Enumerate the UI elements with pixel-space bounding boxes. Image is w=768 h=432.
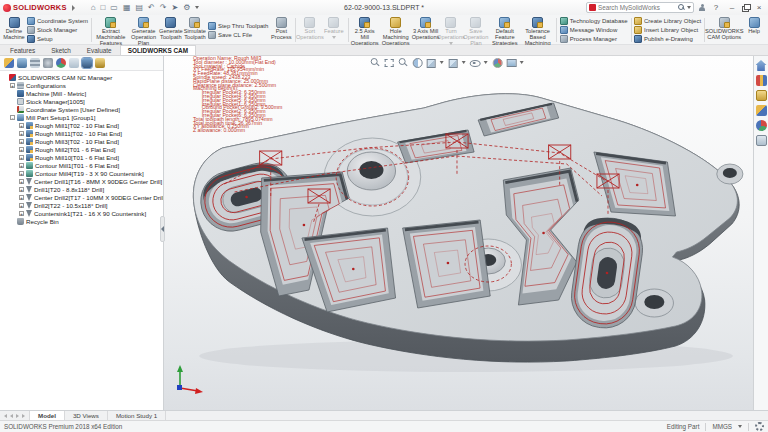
tolerance-based-machining-button[interactable]: Tolerance Based Machining <box>521 16 555 44</box>
displaymanager-tab-icon[interactable] <box>56 58 66 68</box>
edit-appearance-icon[interactable] <box>491 57 501 67</box>
tree-item-contour-mill4[interactable]: +Contour Mill4[T19 - 3 X 90 Countersink] <box>2 169 163 177</box>
sort-operations-button[interactable]: Sort Operations <box>298 16 322 44</box>
tree-item-drill1[interactable]: +Drill1[T20 - 8.8x118° Drill] <box>2 185 163 193</box>
featuremanager-tab-icon[interactable] <box>4 58 14 68</box>
insert-library-object-button[interactable]: Insert Library Object <box>634 26 701 34</box>
tree-item-recycle-bin[interactable]: Recycle Bin <box>2 217 163 225</box>
expand-toggle[interactable]: + <box>19 147 24 152</box>
status-gear-icon[interactable] <box>755 422 764 431</box>
select-icon[interactable]: ➤ <box>171 4 178 12</box>
view-orientation-icon[interactable] <box>425 57 435 67</box>
close-button[interactable]: × <box>753 3 765 12</box>
technology-database-button[interactable]: Technology Database <box>560 17 628 25</box>
graphics-viewport[interactable]: Operation Name: Rough Mill3Tool diameter… <box>164 56 753 410</box>
tree-item-stock-manager[interactable]: Stock Manager[1005] <box>2 97 163 105</box>
undo-icon[interactable]: ↶ <box>148 4 155 12</box>
expand-toggle[interactable]: + <box>19 123 24 128</box>
expand-toggle[interactable]: + <box>19 139 24 144</box>
panel-collapse-arrow[interactable] <box>160 216 165 242</box>
help-menu-button[interactable]: ? <box>710 3 722 12</box>
extract-machinable-features-button[interactable]: Extract Machinable Features <box>93 16 128 44</box>
message-window-button[interactable]: Message Window <box>560 26 628 34</box>
expand-toggle[interactable]: + <box>19 179 24 184</box>
create-library-object-button[interactable]: Create Library Object <box>634 17 701 25</box>
save-cl-file-button[interactable]: Save CL File <box>208 31 268 39</box>
expand-toggle[interactable]: + <box>19 187 24 192</box>
define-machine-button[interactable]: Define Machine <box>2 16 26 44</box>
cam-operation-tree-tab-icon[interactable] <box>95 58 105 68</box>
home-icon[interactable]: ⌂ <box>91 4 96 12</box>
appearances-scenes-icon[interactable] <box>756 120 767 131</box>
display-style-caret-icon[interactable] <box>461 61 465 64</box>
step-thru-toolpath-button[interactable]: Step Thru Toolpath <box>208 22 268 30</box>
process-manager-button[interactable]: Process Manager <box>560 35 628 43</box>
apply-scene-caret-icon[interactable] <box>519 61 523 64</box>
search-box[interactable] <box>586 2 694 13</box>
expand-toggle[interactable]: + <box>19 195 24 200</box>
zoom-to-fit-icon[interactable] <box>369 57 379 67</box>
turn-operations-button[interactable]: Turn Operations <box>439 16 463 44</box>
tree-item-rough-mill10[interactable]: +Rough Mill10[T01 - 6 Flat End] <box>2 153 163 161</box>
options-gear-icon[interactable]: ⚙ <box>183 4 190 12</box>
generate-operation-plan-button[interactable]: Generate Operation Plan <box>128 16 159 44</box>
tree-item-rough-mill11[interactable]: +Rough Mill11[T02 - 10 Flat End] <box>2 129 163 137</box>
view-orientation-caret-icon[interactable] <box>439 61 443 64</box>
expand-toggle[interactable]: - <box>10 115 15 120</box>
expand-toggle[interactable]: + <box>19 171 24 176</box>
tab-solidworks-cam[interactable]: SOLIDWORKS CAM <box>120 45 196 55</box>
tree-item-contour-mill1[interactable]: +Contour Mill1[T01 - 6 Flat End] <box>2 161 163 169</box>
publish-edrawing-button[interactable]: Publish e-Drawing <box>634 35 701 43</box>
new-document-icon[interactable]: □ <box>101 4 106 12</box>
tab-features[interactable]: Features <box>2 45 43 55</box>
restore-button[interactable] <box>742 4 749 11</box>
first-tab-arrow-icon[interactable] <box>4 414 7 418</box>
tree-item-rough-mill3[interactable]: +Rough Mill3[T02 - 10 Flat End] <box>2 137 163 145</box>
tab-evaluate[interactable]: Evaluate <box>79 45 120 55</box>
configurationmanager-tab-icon[interactable] <box>30 58 40 68</box>
last-tab-arrow-icon[interactable] <box>22 414 25 418</box>
feature-button[interactable]: Feature <box>322 16 346 44</box>
coordinate-system-button[interactable]: Coordinate System <box>27 17 88 25</box>
tree-item-mill-part-setup[interactable]: -Mill Part Setup1 [Group1] <box>2 113 163 121</box>
25-axis-mill-operations-button[interactable]: 2.5 Axis Mill Operations <box>350 16 379 44</box>
simulate-toolpath-button[interactable]: Simulate Toolpath <box>183 16 207 44</box>
section-view-icon[interactable] <box>411 57 421 67</box>
save-icon[interactable]: ▦ <box>123 4 131 12</box>
apply-scene-icon[interactable] <box>505 57 515 67</box>
logo-flyout-arrow-icon[interactable] <box>72 5 75 11</box>
search-input[interactable] <box>598 4 676 11</box>
custom-properties-icon[interactable] <box>756 135 767 146</box>
cam-tab-icon[interactable] <box>69 58 79 68</box>
tree-item-drill2[interactable]: +Drill2[T22 - 10.5x118° Drill] <box>2 201 163 209</box>
tree-item-machine[interactable]: Machine [Mill - Metric] <box>2 89 163 97</box>
options-caret-icon[interactable] <box>195 6 199 9</box>
help-button[interactable]: Help <box>742 16 766 44</box>
search-caret-icon[interactable] <box>687 6 691 9</box>
post-process-button[interactable]: Post Process <box>269 16 293 44</box>
display-style-icon[interactable] <box>447 57 457 67</box>
units-caret-icon[interactable] <box>738 425 742 428</box>
stock-manager-button[interactable]: Stock Manager <box>27 26 88 34</box>
propertymanager-tab-icon[interactable] <box>17 58 27 68</box>
hole-machining-operations-button[interactable]: Hole Machining Operations <box>379 16 412 44</box>
tree-item-coordinate-system[interactable]: Coordinate System [User Defined] <box>2 105 163 113</box>
expand-toggle[interactable]: + <box>19 203 24 208</box>
search-icon[interactable] <box>678 4 685 11</box>
tree-item-center-drill2[interactable]: +Center Drill2[T17 - 10MM X 90DEG Center… <box>2 193 163 201</box>
expand-toggle[interactable]: + <box>19 163 24 168</box>
solidworks-logo[interactable]: SOLIDWORKS <box>3 3 75 12</box>
next-tab-arrow-icon[interactable] <box>16 414 19 418</box>
tree-item-rough-mill2[interactable]: +Rough Mill2[T01 - 6 Flat End] <box>2 145 163 153</box>
hide-show-items-icon[interactable] <box>469 57 479 67</box>
expand-toggle[interactable]: + <box>10 83 15 88</box>
save-operation-plan-button[interactable]: Save Operation Plan <box>463 16 489 44</box>
hide-show-caret-icon[interactable] <box>483 61 487 64</box>
tab-model[interactable]: Model <box>30 411 65 420</box>
zoom-to-area-icon[interactable] <box>383 57 393 67</box>
solidworks-resources-icon[interactable] <box>756 60 767 71</box>
tab-3d-views[interactable]: 3D Views <box>65 411 108 420</box>
cam-feature-tree-tab-icon[interactable] <box>82 58 92 68</box>
expand-toggle[interactable]: + <box>19 155 24 160</box>
tab-motion-study[interactable]: Motion Study 1 <box>108 411 166 420</box>
